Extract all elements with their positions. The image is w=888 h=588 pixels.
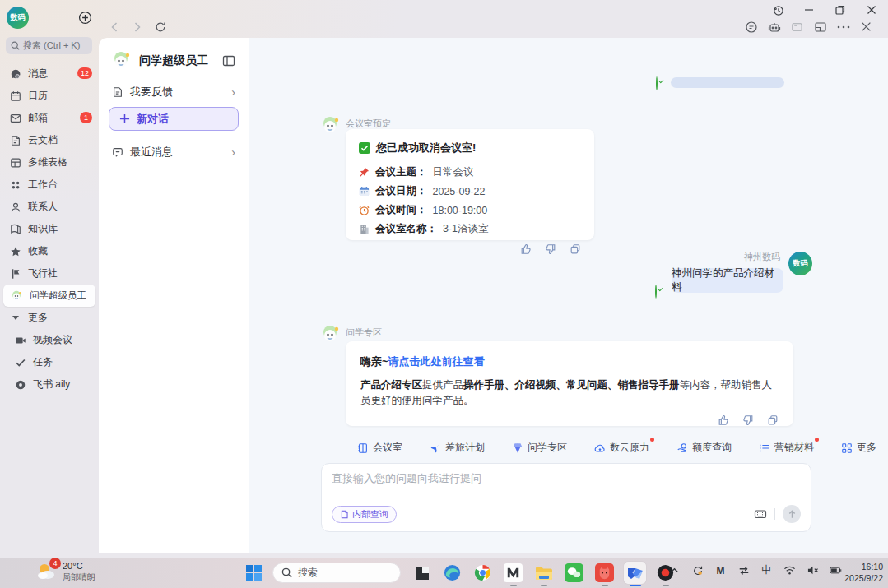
desc-segment: 提供产品 bbox=[422, 379, 463, 391]
thumbs-up-icon[interactable] bbox=[520, 243, 532, 255]
card-actions bbox=[360, 414, 779, 426]
sidebar-item-contacts[interactable]: 联系人 bbox=[3, 196, 95, 218]
weather-temp: 20°C bbox=[63, 561, 95, 571]
read-receipt-icon bbox=[655, 285, 657, 299]
running-indicator bbox=[510, 585, 517, 587]
maximize-button[interactable] bbox=[829, 2, 852, 17]
wifi-icon[interactable] bbox=[783, 564, 796, 576]
chip-meeting-room[interactable]: 会议室 bbox=[357, 441, 402, 455]
sidebar-item-label: 多维表格 bbox=[28, 155, 67, 169]
back-button[interactable] bbox=[107, 20, 122, 35]
taskbar-clock[interactable]: 16:10 2025/9/22 bbox=[844, 561, 883, 584]
cat-app-icon[interactable] bbox=[593, 562, 616, 584]
panel-header: 问学超级员工 bbox=[110, 50, 208, 72]
copy-icon[interactable] bbox=[570, 243, 581, 255]
history-icon[interactable] bbox=[766, 2, 789, 17]
chip-shuyun-force[interactable]: 数云原力 bbox=[594, 441, 649, 455]
chip-quota-query[interactable]: 额度查询 bbox=[676, 441, 732, 455]
close-tab-icon[interactable] bbox=[859, 20, 873, 34]
user-message-avatar[interactable]: 数码 bbox=[788, 252, 812, 275]
meeting-topic-row: 会议主题： 日常会议 bbox=[359, 165, 581, 179]
sidebar-nav: 消息 12 日历 邮箱 1 云文档 多维表格 工作台 bbox=[3, 63, 95, 396]
sync-tray-icon[interactable] bbox=[691, 564, 704, 576]
sidebar-item-label: 日历 bbox=[28, 89, 48, 103]
message-input[interactable] bbox=[332, 472, 677, 484]
mini-window-icon[interactable] bbox=[790, 20, 804, 34]
sidebar-item-tasks[interactable]: 任务 bbox=[3, 351, 95, 373]
send-button[interactable] bbox=[783, 505, 801, 523]
taskbar-weather[interactable]: 4 20°C 局部晴朗 bbox=[36, 561, 95, 583]
close-window-button[interactable] bbox=[860, 2, 883, 17]
keyboard-icon[interactable] bbox=[754, 507, 767, 521]
message-tool-icon[interactable] bbox=[744, 20, 758, 34]
running-indicator bbox=[541, 585, 547, 587]
sidebar-item-wenxue-bot[interactable]: 问学超级员工 bbox=[3, 285, 95, 307]
sidebar-item-calendar[interactable]: 日历 bbox=[3, 85, 95, 107]
layout-panel-icon[interactable] bbox=[813, 20, 827, 34]
product-zone-card: 嗨亲~请点击此处前往查看 产品介绍专区提供产品操作手册、介绍视频、常见问题、销售… bbox=[346, 341, 793, 426]
messages-badge: 12 bbox=[77, 67, 92, 79]
thumbs-up-icon[interactable] bbox=[718, 414, 729, 426]
sidebar-item-base[interactable]: 多维表格 bbox=[3, 151, 95, 174]
ime-indicator[interactable]: 中 bbox=[760, 564, 773, 576]
robot-tool-icon[interactable] bbox=[767, 20, 781, 34]
chip-travel-plan[interactable]: 差旅计划 bbox=[430, 441, 485, 455]
internal-query-chip[interactable]: 内部查询 bbox=[332, 506, 397, 523]
chip-marketing-materials[interactable]: 营销材料 bbox=[759, 441, 814, 455]
wechat-app-icon[interactable] bbox=[563, 562, 585, 584]
divider bbox=[774, 508, 775, 520]
sidebar-item-knowledge[interactable]: 知识库 bbox=[3, 218, 95, 240]
m-app-icon[interactable] bbox=[502, 562, 524, 584]
notebook-icon bbox=[357, 442, 369, 454]
volume-muted-icon[interactable] bbox=[807, 564, 819, 576]
copy-icon[interactable] bbox=[767, 414, 779, 426]
recent-messages-item[interactable]: 最近消息 › bbox=[107, 141, 240, 163]
row-label: 会议室名称： bbox=[375, 222, 437, 236]
view-link[interactable]: 请点击此处前往查看 bbox=[388, 355, 485, 368]
chip-more[interactable]: 更多 bbox=[841, 441, 876, 455]
sidebar-item-label: 联系人 bbox=[28, 200, 58, 214]
sidebar-item-video-meeting[interactable]: 视频会议 bbox=[3, 329, 95, 351]
thumbs-down-icon[interactable] bbox=[545, 243, 556, 255]
notification-dot bbox=[815, 438, 819, 442]
active-indicator bbox=[630, 585, 641, 587]
cloud-icon bbox=[594, 442, 606, 454]
battery-icon[interactable] bbox=[830, 564, 842, 576]
sidebar-item-label: 任务 bbox=[33, 355, 53, 369]
sidebar-search[interactable]: 搜索 (Ctrl + K) bbox=[6, 37, 92, 54]
sidebar-item-favorites[interactable]: 收藏 bbox=[3, 240, 95, 262]
user-name: 神州数码 bbox=[711, 251, 780, 263]
more-tool-icon[interactable] bbox=[836, 20, 850, 34]
sidebar-item-docs[interactable]: 云文档 bbox=[3, 129, 95, 151]
thumbs-down-icon[interactable] bbox=[742, 414, 754, 426]
row-label: 会议日期： bbox=[375, 184, 427, 198]
refresh-button[interactable] bbox=[153, 20, 168, 35]
sidebar-item-aily[interactable]: 飞书 aily bbox=[3, 373, 95, 396]
m-tray-icon[interactable]: M bbox=[714, 564, 727, 576]
sidebar-item-more[interactable]: 更多 bbox=[3, 307, 95, 329]
chat-area: 会议室预定 您已成功取消会议室! 会议主题： 日常会议 会议日期： 2025-0… bbox=[249, 38, 888, 553]
forward-button[interactable] bbox=[130, 20, 145, 35]
taskbar-search[interactable]: 搜索 bbox=[272, 563, 401, 583]
edge-app-icon[interactable] bbox=[441, 562, 463, 584]
chip-product-zone[interactable]: 问学专区 bbox=[512, 441, 567, 455]
sidebar-item-workbench[interactable]: 工作台 bbox=[3, 174, 95, 196]
chrome-app-icon[interactable] bbox=[472, 562, 494, 584]
files-app-icon[interactable] bbox=[532, 562, 555, 584]
feedback-item[interactable]: 我要反馈 › bbox=[107, 81, 240, 103]
new-chat-button[interactable]: 新对话 bbox=[109, 107, 239, 131]
sidebar-item-messages[interactable]: 消息 12 bbox=[3, 63, 95, 85]
user-avatar[interactable]: 数码 bbox=[7, 7, 29, 29]
feishu-app-icon[interactable] bbox=[624, 562, 646, 584]
network-traffic-icon[interactable] bbox=[737, 564, 750, 576]
collapse-panel-icon[interactable] bbox=[222, 54, 235, 67]
taskview-app-icon[interactable] bbox=[411, 562, 433, 584]
building-icon bbox=[359, 224, 370, 234]
add-icon[interactable] bbox=[78, 11, 92, 25]
chip-label: 更多 bbox=[857, 441, 876, 455]
minimize-button[interactable] bbox=[797, 2, 821, 17]
sidebar-item-mail[interactable]: 邮箱 1 bbox=[3, 107, 95, 129]
sidebar-item-community[interactable]: 飞行社 bbox=[3, 262, 95, 285]
start-button[interactable] bbox=[245, 564, 263, 581]
tray-expand-icon[interactable] bbox=[668, 564, 681, 576]
